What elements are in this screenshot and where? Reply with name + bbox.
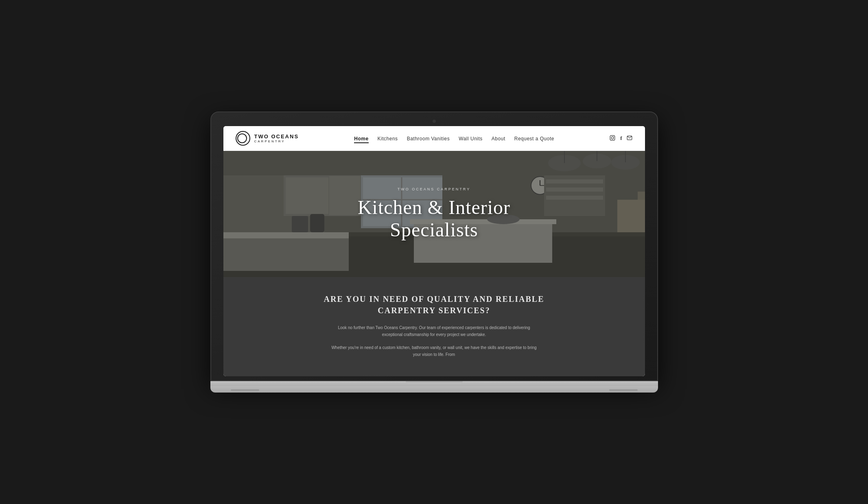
hero-section: TWO OCEANS CARPENTRY Kitchen & Interior … bbox=[223, 151, 645, 277]
hero-content: TWO OCEANS CARPENTRY Kitchen & Interior … bbox=[223, 151, 645, 277]
nav-link-bathroom-vanities[interactable]: Bathroom Vanities bbox=[407, 136, 450, 142]
laptop-bottom-bar bbox=[210, 386, 658, 393]
svg-point-2 bbox=[614, 136, 614, 137]
hinge-notch bbox=[406, 381, 463, 384]
laptop-frame: TWO OCEANS CARPENTRY Home Kitchens Bathr… bbox=[210, 111, 658, 393]
hero-title-line2: Specialists bbox=[390, 219, 478, 240]
nav-item-about[interactable]: About bbox=[492, 135, 505, 142]
hero-title-line1: Kitchen & Interior bbox=[358, 196, 510, 218]
svg-rect-0 bbox=[610, 135, 615, 140]
rubber-foot-left bbox=[231, 389, 259, 391]
logo-icon bbox=[236, 131, 250, 146]
laptop-hinge-bar bbox=[210, 381, 658, 386]
nav-item-bathroom-vanities[interactable]: Bathroom Vanities bbox=[407, 135, 450, 142]
screen-content: TWO OCEANS CARPENTRY Home Kitchens Bathr… bbox=[223, 126, 645, 376]
info-heading-line2: carpentry services? bbox=[378, 306, 490, 315]
screen-bezel: TWO OCEANS CARPENTRY Home Kitchens Bathr… bbox=[223, 126, 645, 376]
nav-link-wall-units[interactable]: Wall Units bbox=[459, 136, 483, 142]
nav-link-request-quote[interactable]: Request a Quote bbox=[514, 136, 554, 142]
info-heading-line1: Are you in need of quality and reliable bbox=[324, 295, 544, 303]
nav-link-home[interactable]: Home bbox=[354, 136, 368, 143]
info-heading: Are you in need of quality and reliable … bbox=[236, 293, 633, 316]
rubber-foot-right bbox=[609, 389, 638, 391]
brand-name-sub: CARPENTRY bbox=[254, 140, 299, 143]
laptop-base bbox=[210, 381, 658, 393]
hero-subtitle: TWO OCEANS CARPENTRY bbox=[398, 187, 470, 191]
logo-text: TWO OCEANS CARPENTRY bbox=[254, 133, 299, 144]
nav-item-kitchens[interactable]: Kitchens bbox=[378, 135, 398, 142]
nav-item-home[interactable]: Home bbox=[354, 135, 368, 142]
brand-name-main: TWO OCEANS bbox=[254, 133, 299, 140]
instagram-icon[interactable] bbox=[610, 135, 615, 142]
nav-item-wall-units[interactable]: Wall Units bbox=[459, 135, 483, 142]
laptop-screen-frame: TWO OCEANS CARPENTRY Home Kitchens Bathr… bbox=[210, 111, 658, 381]
email-icon[interactable] bbox=[627, 135, 632, 142]
facebook-icon[interactable]: f bbox=[620, 135, 622, 142]
logo-area[interactable]: TWO OCEANS CARPENTRY bbox=[236, 131, 299, 146]
nav-links: Home Kitchens Bathroom Vanities Wall Uni… bbox=[354, 135, 554, 142]
info-section: Are you in need of quality and reliable … bbox=[223, 277, 645, 376]
camera-icon bbox=[433, 120, 436, 123]
nav-item-request-quote[interactable]: Request a Quote bbox=[514, 135, 554, 142]
nav-social-icons: f bbox=[610, 135, 632, 142]
hero-title: Kitchen & Interior Specialists bbox=[358, 196, 510, 241]
navbar: TWO OCEANS CARPENTRY Home Kitchens Bathr… bbox=[223, 126, 645, 151]
svg-point-1 bbox=[611, 137, 614, 139]
nav-link-kitchens[interactable]: Kitchens bbox=[378, 136, 398, 142]
info-body-2: Whether you're in need of a custom kitch… bbox=[328, 344, 540, 358]
info-body-1: Look no further than Two Oceans Carpentr… bbox=[328, 324, 540, 338]
nav-link-about[interactable]: About bbox=[492, 136, 505, 142]
